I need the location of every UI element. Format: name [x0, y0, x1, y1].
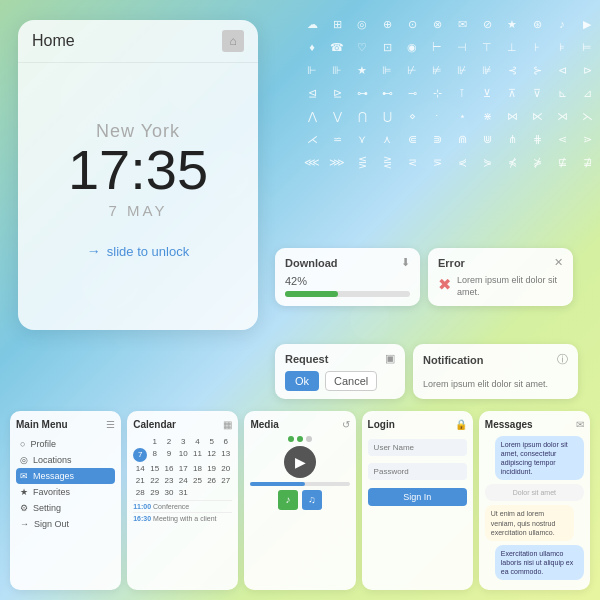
login-panel: Login 🔒 Sign In — [362, 411, 473, 590]
notification-text: Lorem ipsum elit dolor sit amet. — [423, 379, 548, 389]
cal-day: 13 — [219, 448, 232, 462]
icon-cell: ⋚ — [352, 152, 372, 172]
home-icon[interactable]: ⌂ — [222, 30, 244, 52]
lock-title: Home — [32, 32, 75, 50]
username-input[interactable] — [368, 439, 467, 456]
main-menu-panel: Main Menu ☰ ○ Profile ◎ Locations ✉ Mess… — [10, 411, 121, 590]
menu-item-setting[interactable]: ⚙ Setting — [16, 500, 115, 516]
menu-item-locations[interactable]: ◎ Locations — [16, 452, 115, 468]
calendar-title: Calendar — [133, 419, 176, 430]
cal-day-today: 7 — [133, 448, 147, 462]
icon-cell: ⊪ — [327, 60, 347, 80]
cal-day: 4 — [191, 436, 204, 447]
cal-day: 14 — [133, 463, 147, 474]
icon-cell: ⊭ — [427, 60, 447, 80]
media-dot-2 — [297, 436, 303, 442]
menu-icon: ☰ — [106, 419, 115, 430]
icon-cell: ⋏ — [377, 129, 397, 149]
cal-day: 25 — [191, 475, 204, 486]
cal-day: 2 — [162, 436, 175, 447]
menu-label-signout: Sign Out — [34, 519, 69, 529]
icon-cell: ⋛ — [377, 152, 397, 172]
icon-cell: ⋒ — [452, 129, 472, 149]
icon-cell: ⋠ — [502, 152, 522, 172]
icon-cell: ◎ — [352, 14, 372, 34]
request-card: Request ▣ Ok Cancel — [275, 344, 405, 399]
ok-button[interactable]: Ok — [285, 371, 319, 391]
icon-cell: ⊳ — [577, 60, 597, 80]
play-button[interactable]: ▶ — [284, 446, 316, 478]
cal-day: 19 — [205, 463, 218, 474]
menu-item-messages[interactable]: ✉ Messages — [16, 468, 115, 484]
icon-cell: ⊨ — [577, 37, 597, 57]
cal-day: 9 — [162, 448, 175, 462]
calendar-grid: 1 2 3 4 5 6 7 8 9 10 11 12 13 14 15 16 1… — [133, 436, 232, 498]
lock-date: 7 MAY — [109, 202, 168, 219]
icon-cell: ♦ — [302, 37, 322, 57]
media-icon-green[interactable]: ♪ — [278, 490, 298, 510]
messages-title: Messages — [485, 419, 533, 430]
icon-cell: ⊣ — [452, 37, 472, 57]
icon-cell: ⋞ — [452, 152, 472, 172]
icon-cell: ⊶ — [352, 83, 372, 103]
media-title: Media — [250, 419, 278, 430]
icon-cell: ⋢ — [552, 152, 572, 172]
icon-cell: ⊯ — [477, 60, 497, 80]
icon-cell: ⋕ — [527, 129, 547, 149]
cal-day: 16 — [162, 463, 175, 474]
lock-icon: 🔒 — [455, 419, 467, 430]
icon-cell: ⋌ — [302, 129, 322, 149]
cancel-button[interactable]: Cancel — [325, 371, 377, 391]
main-menu-title: Main Menu — [16, 419, 68, 430]
notification-area-middle: Request ▣ Ok Cancel Notification ⓘ Lorem… — [275, 344, 578, 399]
cal-day: 22 — [148, 475, 161, 486]
icon-cell: ⊗ — [427, 14, 447, 34]
bottom-panels: Main Menu ☰ ○ Profile ◎ Locations ✉ Mess… — [10, 411, 590, 590]
lock-header: Home ⌂ — [18, 20, 258, 63]
media-slider[interactable] — [250, 482, 349, 486]
menu-item-signout[interactable]: → Sign Out — [16, 516, 115, 532]
icon-cell: ⊰ — [502, 60, 522, 80]
icon-cell: ⊱ — [527, 60, 547, 80]
icon-cell: ⋊ — [552, 106, 572, 126]
close-icon[interactable]: ✕ — [554, 256, 563, 269]
icon-cell: ⋣ — [577, 152, 597, 172]
icon-cell: ⊫ — [377, 60, 397, 80]
media-slider-fill — [250, 482, 305, 486]
cal-day: 1 — [148, 436, 161, 447]
icon-cell: ⊸ — [402, 83, 422, 103]
location-icon: ◎ — [20, 455, 28, 465]
icon-cell: ⊧ — [552, 37, 572, 57]
icon-cell: ⊙ — [402, 14, 422, 34]
icon-cell: ⊽ — [527, 83, 547, 103]
slide-to-unlock[interactable]: → slide to unlock — [87, 243, 189, 259]
calendar-event-2: 16:30 Meeting with a client — [133, 512, 232, 522]
menu-label-setting: Setting — [33, 503, 61, 513]
media-dot-active — [288, 436, 294, 442]
icon-cell: ⋁ — [327, 106, 347, 126]
password-input[interactable] — [368, 463, 467, 480]
media-icon-blue[interactable]: ♫ — [302, 490, 322, 510]
cal-day — [133, 436, 147, 447]
icon-cell: ⋅ — [427, 106, 447, 126]
setting-icon: ⚙ — [20, 503, 28, 513]
messages-icon: ✉ — [576, 419, 584, 430]
icon-cell: ★ — [502, 14, 522, 34]
icon-cell: ⊥ — [502, 37, 522, 57]
icon-cell: ⋍ — [327, 129, 347, 149]
cal-day: 6 — [219, 436, 232, 447]
cal-day: 15 — [148, 463, 161, 474]
icon-cell: ⋓ — [477, 129, 497, 149]
icon-cell: ⋇ — [477, 106, 497, 126]
calendar-icon: ▦ — [223, 419, 232, 430]
cal-day: 26 — [205, 475, 218, 486]
menu-item-favorites[interactable]: ★ Favorites — [16, 484, 115, 500]
icon-cell: ⊮ — [452, 60, 472, 80]
menu-label-locations: Locations — [33, 455, 72, 465]
icon-cell: ♡ — [352, 37, 372, 57]
menu-item-profile[interactable]: ○ Profile — [16, 436, 115, 452]
signout-icon: → — [20, 519, 29, 529]
error-title: Error — [438, 257, 465, 269]
icon-cell: ⊛ — [527, 14, 547, 34]
sign-in-button[interactable]: Sign In — [368, 488, 467, 506]
